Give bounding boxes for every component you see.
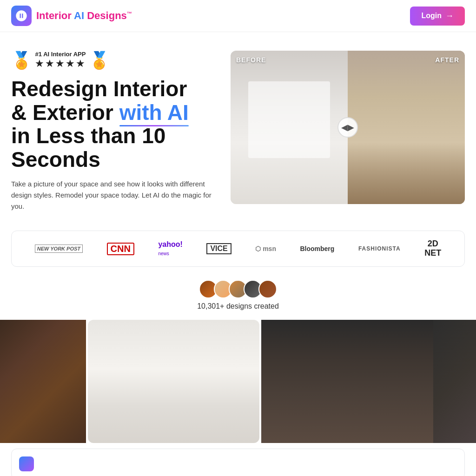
hero-heading: Redesign Interior & Exterior with AI in … (11, 77, 216, 171)
gallery-image-1 (0, 320, 86, 443)
logo-tm: ™ (127, 11, 132, 16)
award-stars: ★★★★★ (35, 58, 86, 70)
gallery-item-1 (0, 320, 86, 443)
award-center: #1 AI Interior APP ★★★★★ (32, 51, 89, 70)
heading-line2: & Exterior (11, 100, 119, 125)
login-arrow-icon: → (445, 11, 454, 21)
logo-ai: AI (74, 10, 87, 21)
hero-left: 🏅 #1 AI Interior APP ★★★★★ 🏅 Redesign In… (11, 51, 216, 212)
avatar-group (199, 280, 277, 298)
before-after-viewer[interactable]: BEFORE AFTER ◀▶ (231, 51, 465, 204)
before-label: BEFORE (236, 56, 266, 64)
press-logo-fashionista: FASHIONISTA (358, 245, 401, 252)
slider-button[interactable]: ◀▶ (337, 117, 358, 138)
gallery-image-4 (433, 320, 476, 443)
hero-description: Take a picture of your space and see how… (11, 178, 216, 212)
heading-line4: Seconds (11, 147, 100, 172)
logo-area: Interior AI Designs™ (11, 6, 132, 26)
social-proof: 10,301+ designs created (0, 276, 476, 320)
slider-arrows-icon: ◀▶ (341, 122, 354, 132)
header: Interior AI Designs™ Login → (0, 0, 476, 32)
gallery-image-2 (88, 320, 259, 443)
login-button[interactable]: Login → (410, 7, 465, 26)
logo-interior: Interior (36, 10, 74, 21)
press-logo-msn: ⬡ msn (255, 245, 276, 252)
laurel-left-icon: 🏅 (11, 52, 32, 69)
designs-count: 10,301+ designs created (197, 302, 279, 311)
gallery-section (0, 320, 476, 443)
award-badge: 🏅 #1 AI Interior APP ★★★★★ 🏅 (11, 51, 216, 70)
heading-line3: in Less than 10 (11, 124, 165, 148)
after-panel: AFTER (348, 51, 465, 204)
hero-section: 🏅 #1 AI Interior APP ★★★★★ 🏅 Redesign In… (0, 32, 476, 221)
press-logo-yahoo: yahoo!news (158, 240, 182, 257)
press-logo-vice: VICE (206, 243, 231, 254)
laurel-right-icon: 🏅 (89, 52, 110, 69)
logo-icon (11, 6, 32, 26)
after-room-image (348, 51, 465, 204)
press-logo-cnn: CNN (107, 243, 134, 255)
logo-text: Interior AI Designs™ (36, 10, 132, 22)
gallery-item-3 (261, 320, 433, 443)
press-logo-bloomberg: Bloomberg (300, 245, 334, 252)
bottom-logo-mini (19, 456, 34, 471)
press-logo-zdnet: 2DNET (424, 239, 441, 258)
before-panel: BEFORE (231, 51, 348, 204)
gallery-item-4 (433, 320, 476, 443)
logo-designs: Designs (87, 10, 127, 21)
bottom-bar (11, 449, 465, 476)
heading-with-ai: with AI (119, 100, 189, 125)
press-bar: NEW YORK POST CNN yahoo!news VICE ⬡ msn … (11, 231, 465, 267)
avatar (258, 280, 277, 298)
gallery-image-3 (261, 320, 433, 443)
before-room-image (231, 51, 348, 204)
logo-svg (15, 9, 28, 22)
after-label: AFTER (435, 56, 459, 64)
press-logo-nyt: NEW YORK POST (35, 245, 83, 253)
gallery-item-2 (88, 320, 259, 443)
heading-line1: Redesign Interior (11, 77, 187, 101)
award-rank: #1 AI Interior APP (35, 51, 86, 58)
login-label: Login (421, 12, 442, 20)
